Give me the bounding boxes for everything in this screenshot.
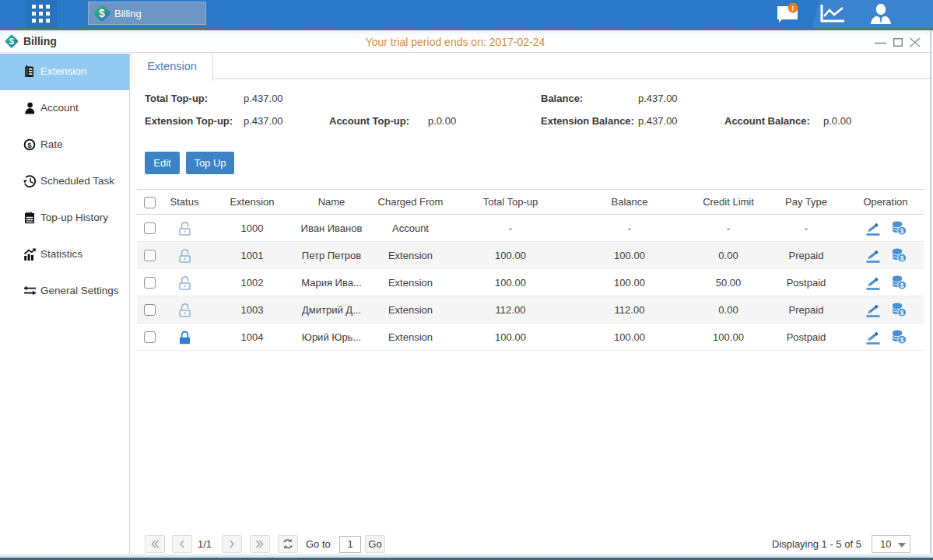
svg-text:$: $ [99, 7, 105, 19]
svg-text:$: $ [27, 141, 32, 149]
svg-text:!: ! [792, 5, 794, 12]
